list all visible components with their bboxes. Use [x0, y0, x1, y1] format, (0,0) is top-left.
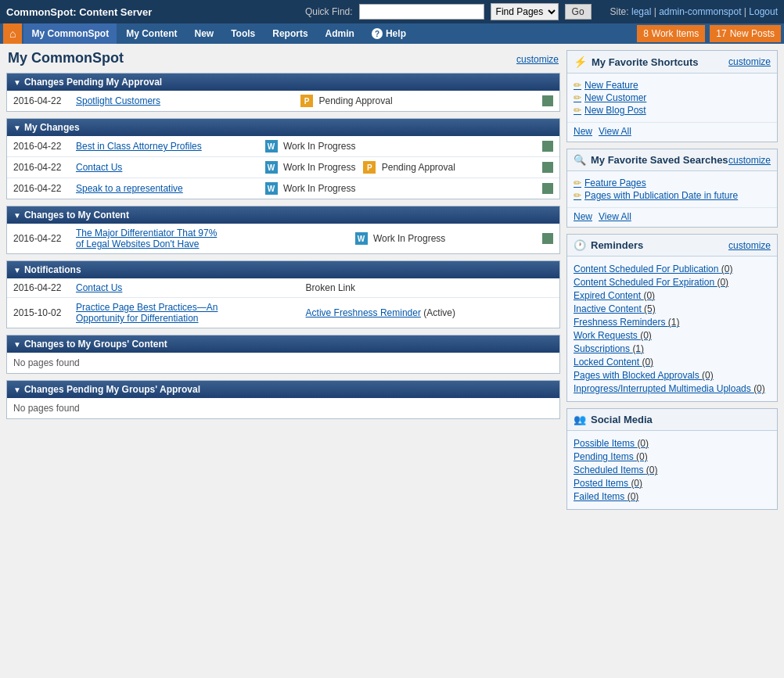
section-header-changes-to-groups-content[interactable]: ▼ Changes to My Groups' Content [7, 335, 559, 353]
row-title-cell: Contact Us [70, 278, 300, 298]
action-grid-icon[interactable] [542, 183, 553, 194]
shortcut-link-new-feature[interactable]: ✏ New Feature [574, 80, 771, 91]
saved-search-link-feature-pages[interactable]: ✏ Feature Pages [574, 178, 771, 188]
social-scheduled-items-link[interactable]: Scheduled Items (0) [574, 465, 771, 475]
status-text: Pending Approval [318, 95, 392, 106]
section-title: Changes Pending My Groups' Approval [24, 384, 200, 395]
row-title-cell: Spotlight Customers [70, 91, 294, 111]
site-legal-link[interactable]: legal [631, 6, 651, 17]
section-header-my-changes[interactable]: ▼ My Changes [7, 119, 559, 136]
reminder-count: (5) [644, 303, 656, 314]
reminder-link-scheduled-expiration[interactable]: Content Scheduled For Expiration (0) [574, 277, 771, 288]
shortcut-link-new-blog-post[interactable]: ✏ New Blog Post [574, 105, 771, 116]
row-action-cell [536, 136, 559, 157]
saved-search-link-pub-date[interactable]: ✏ Pages with Publication Date in future [574, 190, 771, 201]
nav-my-content[interactable]: My Content [118, 23, 185, 44]
find-pages-select[interactable]: Find Pages [491, 3, 559, 20]
go-button[interactable]: Go [565, 4, 592, 20]
nav-new[interactable]: New [186, 23, 221, 44]
reminder-link-work-requests[interactable]: Work Requests (0) [574, 330, 771, 341]
badge-w: W [355, 232, 368, 245]
quick-find-input[interactable] [359, 4, 484, 20]
nav-help[interactable]: ? Help [364, 23, 414, 44]
saved-searches-header-left: 🔍 My Favorite Saved Searches [574, 154, 728, 166]
search-icon: 🔍 [574, 154, 586, 166]
social-pending-items-link[interactable]: Pending Items (0) [574, 451, 771, 462]
reminder-link-blocked-approvals[interactable]: Pages with Blocked Approvals (0) [574, 370, 771, 381]
shortcuts-body: ✏ New Feature ✏ New Customer ✏ New Blog … [567, 74, 777, 122]
reminder-link-expired-content[interactable]: Expired Content (0) [574, 290, 771, 301]
shortcut-label[interactable]: New Blog Post [584, 105, 646, 116]
reminder-link-scheduled-publication[interactable]: Content Scheduled For Publication (0) [574, 264, 771, 274]
nav-my-commonspot[interactable]: My CommonSpot [23, 23, 117, 44]
status-text: Work In Progress [283, 141, 355, 152]
logout-link[interactable]: Logout [749, 6, 778, 17]
nav-admin[interactable]: Admin [318, 23, 362, 44]
saved-search-label[interactable]: Feature Pages [584, 178, 646, 188]
content-link[interactable]: Speak to a representative [76, 183, 183, 194]
reminders-body: Content Scheduled For Publication (0) Co… [567, 256, 777, 401]
reminder-link-locked-content[interactable]: Locked Content (0) [574, 357, 771, 368]
social-failed-items-link[interactable]: Failed Items (0) [574, 491, 771, 502]
section-header-changes-pending-groups-approval[interactable]: ▼ Changes Pending My Groups' Approval [7, 381, 559, 398]
home-nav-button[interactable]: ⌂ [3, 23, 22, 44]
new-posts-button[interactable]: 17 New Posts [710, 25, 781, 42]
main-customize-link[interactable]: customize [516, 54, 559, 65]
shortcut-label[interactable]: New Feature [584, 80, 638, 91]
table-row: 2016-04-22 The Major Differentiator That… [7, 224, 559, 253]
section-title: Changes to My Groups' Content [24, 339, 167, 350]
social-posted-items-link[interactable]: Posted Items (0) [574, 478, 771, 489]
saved-searches-view-all-link[interactable]: View All [599, 211, 631, 222]
row-status-cell: W Work In Progress [259, 136, 536, 157]
reminders-customize-link[interactable]: customize [728, 240, 771, 251]
action-grid-icon[interactable] [542, 162, 553, 173]
reminder-link-multimedia-uploads[interactable]: Inprogress/Interrupted Multimedia Upload… [574, 383, 771, 394]
row-status-cell: W Work In Progress P Pending Approval [259, 157, 536, 178]
reminder-link-inactive-content[interactable]: Inactive Content (5) [574, 303, 771, 314]
collapse-arrow-icon: ▼ [13, 78, 21, 87]
content-link[interactable]: Contact Us [76, 282, 122, 293]
content-link[interactable]: Contact Us [76, 162, 122, 173]
content-link[interactable]: The Major Differentiator That 97%of Lega… [76, 228, 217, 249]
reminder-link-freshness-reminders[interactable]: Freshness Reminders (1) [574, 317, 771, 328]
shortcut-link-new-customer[interactable]: ✏ New Customer [574, 92, 771, 103]
row-action-cell [541, 278, 559, 298]
section-header-changes-to-my-content[interactable]: ▼ Changes to My Content [7, 206, 559, 224]
section-header-notifications[interactable]: ▼ Notifications [7, 261, 559, 278]
app-logo: CommonSpot: Content Server [6, 6, 152, 18]
freshness-reminder-link[interactable]: Active Freshness Reminder [306, 307, 421, 318]
reminder-link-subscriptions[interactable]: Subscriptions (1) [574, 343, 771, 354]
reminders-widget: 🕐 Reminders customize Content Scheduled … [566, 234, 778, 402]
content-link[interactable]: Best in Class Attorney Profiles [76, 141, 202, 152]
row-action-cell [536, 157, 559, 178]
saved-search-label[interactable]: Pages with Publication Date in future [584, 190, 738, 201]
content-link[interactable]: Practice Page Best Practices—AnOpportuni… [76, 302, 218, 324]
social-count: (0) [637, 438, 649, 449]
reminders-icon: 🕐 [574, 239, 586, 251]
nav-tools[interactable]: Tools [223, 23, 263, 44]
shortcuts-customize-link[interactable]: customize [728, 56, 771, 67]
status-text-2: Pending Approval [382, 162, 455, 173]
action-grid-icon[interactable] [542, 95, 553, 106]
shortcuts-new-link[interactable]: New [574, 126, 592, 137]
social-possible-items-link[interactable]: Possible Items (0) [574, 438, 771, 449]
shortcut-label[interactable]: New Customer [584, 92, 646, 103]
row-status-cell: Broken Link [300, 278, 541, 298]
nav-reports[interactable]: Reports [264, 23, 315, 44]
reminder-count: (0) [640, 330, 652, 341]
reminder-count: (0) [717, 277, 728, 288]
pencil-icon: ✏ [574, 80, 581, 91]
reminders-header-left: 🕐 Reminders [574, 239, 643, 251]
saved-searches-new-link[interactable]: New [574, 211, 592, 222]
action-grid-icon[interactable] [542, 141, 553, 152]
saved-searches-customize-link[interactable]: customize [728, 155, 771, 166]
saved-searches-widget: 🔍 My Favorite Saved Searches customize ✏… [566, 149, 778, 228]
section-header-changes-pending-approval[interactable]: ▼ Changes Pending My Approval [7, 74, 559, 91]
help-label: Help [386, 28, 406, 39]
shortcuts-view-all-link[interactable]: View All [599, 126, 631, 137]
no-pages-text: No pages found [7, 353, 559, 373]
admin-user-link[interactable]: admin-commonspot [659, 6, 741, 17]
work-items-button[interactable]: 8 Work Items [637, 25, 705, 42]
content-link[interactable]: Spotlight Customers [76, 95, 160, 106]
action-grid-icon[interactable] [542, 233, 553, 244]
